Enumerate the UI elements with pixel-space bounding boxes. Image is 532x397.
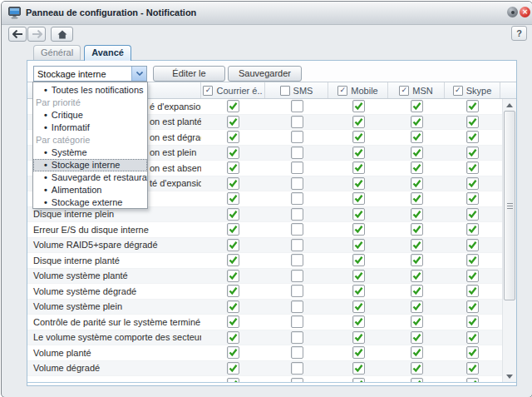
header-checkbox-checked-icon[interactable] — [337, 86, 347, 96]
checkbox-checked-icon[interactable] — [411, 161, 423, 174]
checkbox-unchecked-icon[interactable] — [291, 331, 303, 344]
checkbox-checked-icon[interactable] — [466, 161, 479, 174]
table-row[interactable]: Contrôle de parité sur le système termin… — [27, 315, 516, 330]
checkbox-checked-icon[interactable] — [466, 192, 479, 205]
checkbox-checked-icon[interactable] — [352, 161, 365, 174]
checkbox-checked-icon[interactable] — [411, 223, 423, 236]
checkbox-checked-icon[interactable] — [352, 270, 365, 282]
checkbox-unchecked-icon[interactable] — [291, 116, 303, 128]
column-header-skype[interactable]: Skype — [445, 82, 500, 98]
checkbox-checked-icon[interactable] — [466, 208, 479, 221]
checkbox-checked-icon[interactable] — [227, 131, 239, 143]
checkbox-checked-icon[interactable] — [352, 254, 365, 266]
checkbox-unchecked-icon[interactable] — [291, 131, 303, 143]
checkbox-checked-icon[interactable] — [466, 331, 479, 344]
checkbox-checked-icon[interactable] — [466, 362, 479, 375]
save-button[interactable]: Sauvegarder — [228, 66, 302, 82]
checkbox-checked-icon[interactable] — [411, 331, 423, 344]
forward-button[interactable] — [27, 27, 46, 42]
scroll-up-icon[interactable] — [503, 100, 516, 110]
header-checkbox-checked-icon[interactable] — [399, 86, 409, 96]
dropdown-item[interactable]: •Stockage externe — [33, 196, 147, 209]
checkbox-checked-icon[interactable] — [466, 116, 479, 128]
checkbox-checked-icon[interactable] — [466, 239, 479, 251]
titlebar[interactable]: Panneau de configuration - Notification … — [2, 2, 532, 25]
checkbox-checked-icon[interactable] — [352, 362, 365, 375]
checkbox-checked-icon[interactable] — [352, 116, 365, 128]
category-select[interactable]: Stockage interne — [33, 66, 147, 82]
checkbox-unchecked-icon[interactable] — [291, 270, 303, 282]
checkbox-unchecked-icon[interactable] — [291, 239, 303, 251]
checkbox-unchecked-icon[interactable] — [291, 315, 303, 328]
checkbox-checked-icon[interactable] — [352, 146, 365, 159]
checkbox-checked-icon[interactable] — [227, 177, 239, 190]
checkbox-checked-icon[interactable] — [411, 362, 423, 375]
checkbox-checked-icon[interactable] — [411, 270, 423, 282]
checkbox-checked-icon[interactable] — [466, 270, 479, 282]
checkbox-checked-icon[interactable] — [411, 146, 423, 159]
header-checkbox-checked-icon[interactable] — [453, 86, 463, 96]
checkbox-checked-icon[interactable] — [352, 285, 365, 297]
checkbox-checked-icon[interactable] — [411, 239, 423, 251]
checkbox-checked-icon[interactable] — [227, 239, 239, 251]
checkbox-checked-icon[interactable] — [411, 131, 423, 143]
home-button[interactable] — [51, 27, 73, 42]
checkbox-checked-icon[interactable] — [466, 146, 479, 159]
checkbox-checked-icon[interactable] — [352, 208, 365, 221]
checkbox-checked-icon[interactable] — [466, 378, 479, 382]
checkbox-checked-icon[interactable] — [352, 331, 365, 344]
checkbox-checked-icon[interactable] — [227, 270, 239, 282]
checkbox-unchecked-icon[interactable] — [291, 223, 303, 236]
checkbox-checked-icon[interactable] — [352, 100, 365, 112]
table-row[interactable] — [27, 376, 516, 382]
dropdown-item[interactable]: •Alimentation — [33, 184, 147, 196]
checkbox-checked-icon[interactable] — [466, 300, 479, 313]
checkbox-checked-icon[interactable] — [411, 100, 423, 112]
checkbox-checked-icon[interactable] — [352, 315, 365, 328]
checkbox-checked-icon[interactable] — [352, 192, 365, 205]
checkbox-checked-icon[interactable] — [227, 315, 239, 328]
checkbox-unchecked-icon[interactable] — [291, 378, 303, 382]
tab-general[interactable]: Général — [33, 45, 81, 60]
checkbox-checked-icon[interactable] — [227, 100, 239, 112]
checkbox-checked-icon[interactable] — [411, 208, 423, 221]
checkbox-checked-icon[interactable] — [227, 208, 239, 221]
checkbox-checked-icon[interactable] — [227, 378, 239, 382]
checkbox-checked-icon[interactable] — [227, 146, 239, 159]
close-button[interactable]: ✕ — [520, 7, 530, 17]
checkbox-checked-icon[interactable] — [227, 192, 239, 205]
back-button[interactable] — [8, 27, 27, 42]
checkbox-unchecked-icon[interactable] — [291, 285, 303, 297]
table-row[interactable]: Volume système dégradé — [27, 284, 516, 300]
checkbox-checked-icon[interactable] — [227, 331, 239, 344]
table-row[interactable]: Volume planté — [27, 345, 516, 361]
checkbox-unchecked-icon[interactable] — [291, 208, 303, 221]
checkbox-checked-icon[interactable] — [466, 177, 479, 190]
checkbox-checked-icon[interactable] — [466, 100, 479, 112]
dropdown-item[interactable]: •Informatif — [33, 122, 147, 134]
checkbox-unchecked-icon[interactable] — [291, 300, 303, 313]
checkbox-unchecked-icon[interactable] — [291, 146, 303, 159]
checkbox-checked-icon[interactable] — [352, 346, 365, 359]
chevron-down-icon[interactable] — [131, 67, 146, 81]
checkbox-checked-icon[interactable] — [411, 285, 423, 297]
checkbox-checked-icon[interactable] — [466, 131, 479, 143]
minimize-button[interactable] — [507, 7, 518, 17]
checkbox-unchecked-icon[interactable] — [291, 100, 303, 112]
checkbox-checked-icon[interactable] — [352, 300, 365, 313]
checkbox-checked-icon[interactable] — [411, 315, 423, 328]
checkbox-checked-icon[interactable] — [411, 192, 423, 205]
checkbox-checked-icon[interactable] — [411, 346, 423, 359]
scrollbar-thumb[interactable] — [504, 111, 515, 300]
checkbox-checked-icon[interactable] — [227, 161, 239, 174]
dropdown-item[interactable]: •Toutes les notifications — [33, 84, 147, 97]
checkbox-checked-icon[interactable] — [352, 239, 365, 251]
help-button[interactable]: ? — [511, 26, 527, 41]
scroll-down-icon[interactable] — [503, 371, 516, 381]
column-header-sms[interactable]: SMS — [265, 82, 328, 98]
checkbox-checked-icon[interactable] — [466, 223, 479, 236]
checkbox-checked-icon[interactable] — [227, 300, 239, 313]
header-checkbox-unchecked-icon[interactable] — [280, 86, 290, 96]
table-row[interactable]: Volume système plein — [27, 300, 516, 315]
checkbox-checked-icon[interactable] — [411, 378, 423, 382]
